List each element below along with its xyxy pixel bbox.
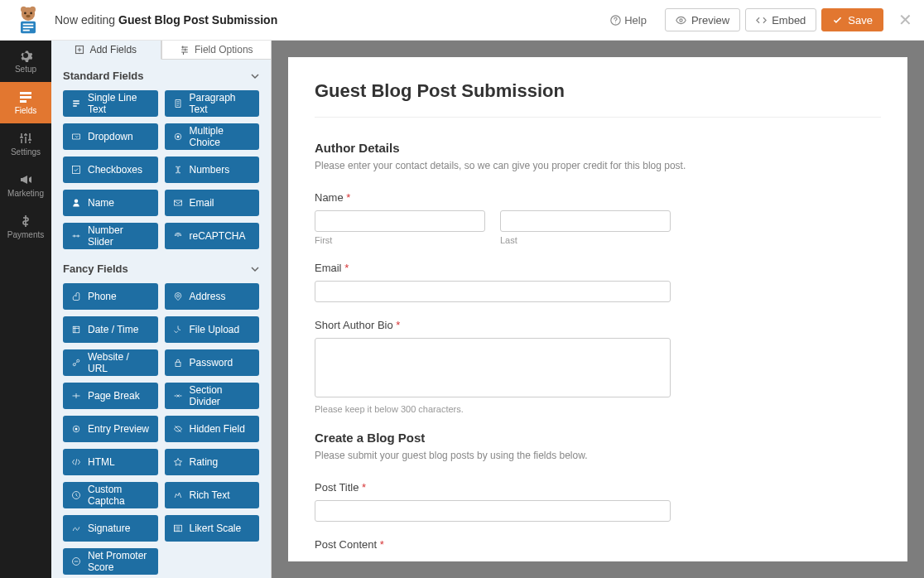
last-name-input[interactable] (500, 210, 671, 232)
svg-point-29 (75, 428, 78, 431)
svg-rect-27 (176, 362, 180, 366)
help-link[interactable]: Help (610, 14, 647, 26)
svg-point-20 (75, 200, 79, 204)
field-name[interactable]: Name (63, 190, 158, 216)
nav-payments[interactable]: Payments (0, 206, 51, 248)
field-single-line-text[interactable]: Single Line Text (63, 90, 158, 117)
wpforms-logo (12, 3, 45, 36)
field-file-upload[interactable]: File Upload (165, 316, 260, 343)
svg-rect-21 (174, 200, 181, 205)
field-address[interactable]: Address (165, 283, 260, 310)
svg-point-3 (24, 12, 26, 15)
svg-rect-7 (23, 24, 34, 26)
svg-point-4 (30, 12, 32, 15)
field-website-url[interactable]: Website / URL (63, 349, 158, 376)
post-title-input[interactable] (315, 500, 671, 522)
section-desc: Please enter your contact details, so we… (315, 160, 881, 171)
close-icon[interactable]: ✕ (898, 10, 912, 30)
now-editing-label: Now editing Guest Blog Post Submission (55, 13, 277, 26)
save-button[interactable]: Save (821, 8, 883, 31)
form-title: Guest Blog Post Submission (315, 80, 881, 118)
sliders-icon (19, 132, 32, 145)
field-net-promoter-score[interactable]: Net Promoter Score (63, 548, 158, 575)
svg-point-22 (177, 235, 179, 237)
tab-add-fields[interactable]: Add Fields (51, 41, 161, 60)
chevron-down-icon (251, 265, 259, 273)
field-custom-captcha[interactable]: Custom Captcha (63, 482, 158, 508)
svg-point-1 (21, 7, 26, 12)
svg-point-12 (680, 18, 682, 21)
nav-fields[interactable]: Fields (0, 82, 51, 123)
post-content-label: Post Content * (315, 538, 671, 551)
field-rich-text[interactable]: Rich Text (165, 482, 260, 508)
svg-rect-15 (20, 100, 26, 103)
field-dropdown[interactable]: Dropdown (63, 123, 158, 150)
svg-rect-9 (23, 30, 30, 31)
field-signature[interactable]: Signature (63, 515, 158, 542)
embed-button[interactable]: Embed (745, 8, 816, 31)
email-label: Email * (315, 262, 671, 274)
post-title-label: Post Title * (315, 481, 671, 494)
svg-point-18 (176, 136, 179, 138)
svg-rect-19 (73, 166, 80, 174)
field-date-time[interactable]: Date / Time (63, 316, 158, 343)
svg-point-5 (26, 15, 30, 18)
field-section-divider[interactable]: Section Divider (165, 383, 260, 409)
fields-icon (19, 90, 32, 104)
svg-point-23 (176, 295, 179, 297)
bio-textarea[interactable] (315, 338, 671, 397)
field-phone[interactable]: Phone (63, 283, 158, 310)
field-html[interactable]: HTML (63, 449, 158, 475)
tab-field-options[interactable]: Field Options (161, 41, 272, 60)
bio-hint: Please keep it below 300 characters. (315, 404, 671, 414)
field-likert-scale[interactable]: Likert Scale (165, 515, 260, 542)
svg-rect-13 (20, 92, 31, 94)
field-page-break[interactable]: Page Break (63, 383, 158, 409)
field-number-slider[interactable]: Number Slider (63, 223, 158, 249)
svg-point-25 (73, 364, 75, 366)
field-password[interactable]: Password (165, 349, 260, 376)
svg-rect-14 (20, 96, 31, 99)
name-label: Name * (315, 191, 671, 204)
preview-button[interactable]: Preview (665, 8, 740, 31)
field-multiple-choice[interactable]: Multiple Choice (165, 123, 260, 150)
svg-point-2 (30, 7, 36, 12)
chevron-down-icon (251, 72, 259, 80)
bio-label: Short Author Bio * (315, 319, 671, 331)
svg-point-11 (615, 22, 616, 23)
last-sublabel: Last (500, 235, 671, 245)
dollar-icon (19, 214, 32, 228)
first-sublabel: First (315, 235, 485, 245)
field-recaptcha[interactable]: reCAPTCHA (165, 223, 260, 249)
group-standard-fields[interactable]: Standard Fields (63, 70, 259, 82)
section-title: Create a Blog Post (315, 431, 881, 445)
field-checkboxes[interactable]: Checkboxes (63, 157, 158, 183)
nav-marketing[interactable]: Marketing (0, 165, 51, 206)
field-paragraph-text[interactable]: Paragraph Text (165, 90, 260, 117)
svg-rect-8 (23, 26, 34, 28)
svg-point-26 (77, 359, 79, 362)
gear-icon (19, 49, 32, 62)
field-email[interactable]: Email (165, 190, 260, 216)
first-name-input[interactable] (315, 210, 485, 232)
nav-setup[interactable]: Setup (0, 41, 51, 82)
bullhorn-icon (19, 173, 32, 186)
field-entry-preview[interactable]: Entry Preview (63, 416, 158, 442)
email-input[interactable] (315, 281, 671, 302)
field-numbers[interactable]: Numbers (165, 157, 260, 183)
nav-settings[interactable]: Settings (0, 123, 51, 165)
field-rating[interactable]: Rating (165, 449, 260, 475)
group-fancy-fields[interactable]: Fancy Fields (63, 263, 259, 275)
section-desc: Please submit your guest blog posts by u… (315, 450, 881, 461)
field-hidden-field[interactable]: Hidden Field (165, 416, 260, 442)
section-title: Author Details (315, 141, 881, 155)
svg-rect-24 (73, 326, 79, 333)
